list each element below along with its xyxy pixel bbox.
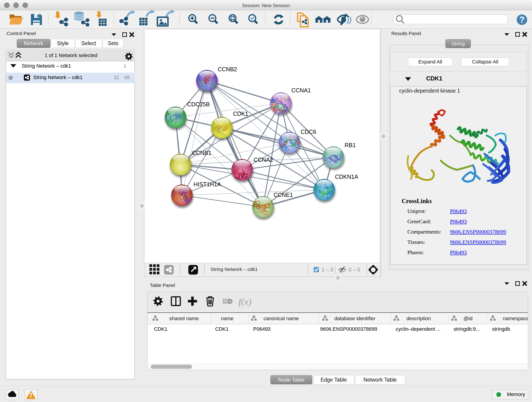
svg-text:?: ? (519, 15, 525, 25)
